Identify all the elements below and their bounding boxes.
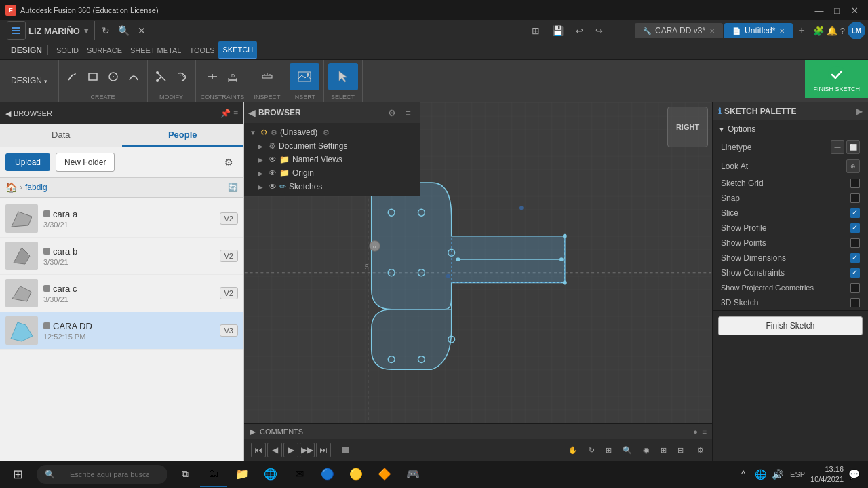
slice-checkbox[interactable] [850,208,860,218]
rectangle-tool[interactable] [83,67,102,86]
add-tab-button[interactable]: + [794,23,808,38]
extension-button[interactable]: 🧩 [813,26,824,36]
view-cube-toggle[interactable]: ⊟ [673,444,688,457]
nav-first[interactable]: ⏮ [251,443,266,457]
settings-button[interactable]: ⚙ [693,444,708,457]
design-dropdown[interactable]: DESIGN [5,45,48,55]
undo-button[interactable]: ↩ [572,22,587,39]
surface-tab[interactable]: SURFACE [83,41,126,59]
nav-play[interactable]: ▶ [283,443,298,457]
version-badge[interactable]: V2 [220,212,238,225]
nav-prev[interactable]: ◀ [267,443,282,457]
user-dropdown[interactable]: ▼ [83,26,90,35]
left-panel-collapse[interactable]: BROWSER [14,109,52,117]
sketch-tab[interactable]: SKETCH [218,41,257,59]
lang-indicator[interactable]: ESP [787,470,808,478]
breadcrumb-item[interactable]: fabdig [25,183,47,192]
snap-checkbox[interactable] [850,193,860,203]
help-button[interactable]: ? [840,26,845,36]
orbit-button[interactable]: ↻ [585,444,599,457]
maximize-button[interactable]: □ [829,3,845,17]
comments-toggle[interactable]: ▶ [250,427,256,436]
viewcube[interactable]: RIGHT [667,107,708,147]
tools-tab[interactable]: TOOLS [185,41,218,59]
taskbar-files[interactable]: 📁 [229,462,256,487]
measure-tool[interactable] [258,67,277,86]
tree-item-origin[interactable]: ▶ 👁 📁 Origin [244,166,420,180]
upload-button[interactable]: Upload [5,153,50,171]
clock[interactable]: 13:16 10/4/2021 [810,464,844,485]
finish-sketch-palette-button[interactable]: Finish Sketch [718,316,863,335]
record-button[interactable] [336,443,354,457]
list-item[interactable]: cara a 3/30/21 V2 [0,200,243,238]
line-tool[interactable] [63,67,82,86]
circle-tool[interactable] [104,67,123,86]
minimize-button[interactable]: — [811,3,827,17]
tree-item-unsaved[interactable]: ▼ ⚙ ⚙ (Unsaved) ⚙ [244,126,420,139]
trim-tool[interactable] [152,67,171,86]
show-profile-checkbox[interactable] [850,223,860,233]
tree-item-doc-settings[interactable]: ▶ ⚙ Document Settings [244,139,420,153]
search-button[interactable]: 🔍 [114,22,134,39]
browser-collapse[interactable]: ◀ [248,107,256,118]
taskbar-edge[interactable]: 🌐 [257,462,284,487]
file-tab[interactable]: 🔧 CARA DD v3* ✕ [635,23,723,38]
zoom-button[interactable]: 🔍 [618,444,636,457]
offset-tool[interactable] [172,67,191,86]
horizontal-constraint[interactable] [203,67,222,86]
show-points-checkbox[interactable] [850,238,860,248]
nav-last[interactable]: ⏭ [316,443,331,457]
list-item[interactable]: CARA DD 12:52:15 PM V3 [0,312,243,350]
left-panel-menu[interactable]: ≡ [233,109,238,118]
save-button[interactable]: 💾 [548,22,568,39]
show-constraints-checkbox[interactable] [850,268,860,278]
doc-tab[interactable]: 📄 Untitled* ✕ [724,23,793,38]
left-panel-pin[interactable]: 📌 [220,109,231,118]
start-button[interactable]: ⊞ [3,461,33,488]
list-item[interactable]: cara c 3/30/21 V2 [0,275,243,312]
home-icon[interactable]: 🏠 [5,182,17,193]
taskbar-outlook[interactable]: ✉ [285,462,313,487]
comments-menu[interactable]: ≡ [702,427,707,436]
sheet-metal-tab[interactable]: SHEET METAL [126,41,185,59]
taskbar-app7[interactable]: 🔶 [371,462,398,487]
search-input[interactable] [62,468,157,481]
sketch-grid-checkbox[interactable] [850,179,860,188]
browser-settings[interactable]: ⚙ [384,105,399,120]
taskbar-explorer[interactable]: 🗂 [200,462,227,487]
breadcrumb-refresh[interactable]: 🔄 [228,183,238,192]
network-icon[interactable]: 🌐 [753,467,768,482]
finish-sketch-button[interactable]: FINISH SKETCH [805,60,868,98]
grid-button[interactable]: ⊞ [528,22,544,39]
tree-item-sketches[interactable]: ▶ 👁 ✏ Sketches [244,180,420,193]
data-tab[interactable]: Data [0,124,122,147]
refresh-button[interactable]: ↻ [98,22,114,39]
grid-display[interactable]: ⊞ [656,444,671,457]
people-tab[interactable]: People [122,124,244,147]
taskbar-taskview[interactable]: ⧉ [172,462,199,487]
browser-menu[interactable]: ≡ [401,105,416,120]
close-file-button[interactable]: ✕ [134,22,150,39]
palette-section-header[interactable]: ▼ Options [713,120,868,138]
list-item[interactable]: cara b 3/30/21 V2 [0,238,243,275]
pan-button[interactable]: ✋ [564,444,582,457]
show-projected-checkbox[interactable] [850,283,860,293]
version-badge[interactable]: V3 [220,324,238,337]
redo-button[interactable]: ↪ [591,22,607,39]
show-dimensions-checkbox[interactable] [850,253,860,263]
arc-tool[interactable] [124,67,143,86]
taskbar-app6[interactable]: 🟡 [342,462,370,487]
solid-tab[interactable]: SOLID [52,41,83,59]
palette-expand[interactable]: ▶ [856,107,863,116]
version-badge[interactable]: V2 [220,287,238,299]
panel-settings-button[interactable]: ⚙ [219,153,238,172]
display-button[interactable]: ◉ [639,444,654,457]
insert-image-tool[interactable] [290,63,319,90]
select-tool[interactable] [328,63,358,90]
volume-icon[interactable]: 🔊 [770,467,785,482]
taskbar-chrome[interactable]: 🔵 [314,462,341,487]
settings-gear[interactable]: ⚙ [271,128,277,137]
zoom-fit[interactable]: ⊞ [601,444,616,457]
notification-button[interactable]: 🔔 [827,26,837,36]
notifications-icon[interactable]: 💬 [846,467,861,482]
